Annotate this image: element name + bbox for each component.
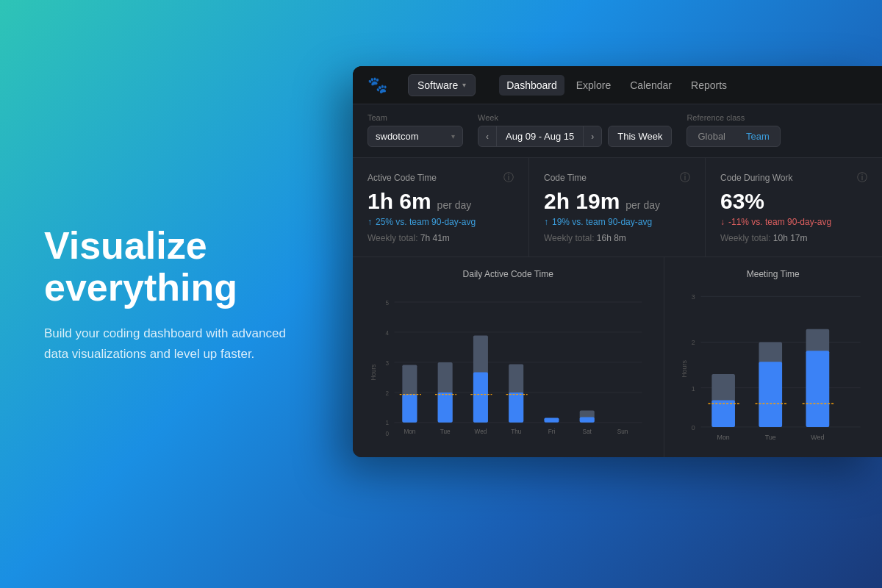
svg-rect-13	[402, 395, 417, 423]
team-label: Team	[368, 113, 463, 122]
up-icon: ↑	[368, 217, 372, 227]
hero-panel: Visualize everything Build your coding d…	[44, 225, 309, 364]
chart-area: 3 2 1 0 Hours	[679, 288, 867, 450]
ref-class-label: Reference class	[686, 113, 780, 122]
svg-text:2: 2	[691, 339, 695, 346]
metric-title: Active Code Time	[368, 173, 437, 183]
metric-value: 1h 6m per day	[368, 190, 514, 212]
chart-area: 5 4 3 2 1 0 Hours	[368, 288, 649, 450]
metric-change: ↑ 19% vs. team 90-day-avg	[544, 217, 690, 227]
info-icon[interactable]: ⓘ	[680, 171, 690, 184]
svg-text:Hours: Hours	[370, 365, 377, 381]
svg-text:1: 1	[386, 420, 390, 427]
svg-text:Fri: Fri	[548, 429, 556, 435]
ref-class-buttons: Global Team	[686, 126, 780, 147]
nav-links: Dashboard Explore Calendar Reports	[499, 75, 734, 96]
prev-week-button[interactable]: ‹	[478, 127, 496, 146]
chevron-down-icon: ▾	[462, 81, 466, 89]
svg-text:Thu: Thu	[511, 429, 522, 435]
dashboard-panel: 🐾 Software ▾ Dashboard Explore Calendar …	[353, 66, 882, 457]
charts-row: Daily Active Code Time 5 4 3 2 1 0	[353, 257, 882, 457]
chart-title: Daily Active Code Time	[368, 269, 649, 279]
change-text: 25% vs. team 90-day-avg	[376, 217, 476, 227]
svg-text:Tue: Tue	[764, 434, 775, 441]
svg-text:3: 3	[691, 293, 695, 301]
svg-rect-16	[438, 392, 453, 423]
weekly-value: 7h 41m	[420, 233, 450, 243]
week-range: Aug 09 - Aug 15	[496, 126, 584, 146]
info-icon[interactable]: ⓘ	[503, 171, 514, 184]
svg-text:Wed: Wed	[811, 434, 824, 441]
metric-unit: per day	[434, 199, 472, 211]
svg-text:0: 0	[386, 431, 390, 437]
team-select[interactable]: swdotcom ▾	[368, 126, 463, 147]
svg-text:Mon: Mon	[717, 434, 729, 441]
svg-rect-26	[580, 417, 595, 423]
week-filter-group: Week ‹ Aug 09 - Aug 15 › This Week	[478, 113, 672, 147]
chevron-down-icon: ▾	[451, 132, 455, 140]
nav-link-calendar[interactable]: Calendar	[623, 75, 679, 96]
svg-text:2: 2	[386, 390, 390, 397]
svg-rect-50	[806, 351, 829, 427]
change-text: -11% vs. team 90-day-avg	[728, 217, 831, 227]
weekly-value: 10h 17m	[773, 233, 808, 243]
svg-text:0: 0	[691, 424, 695, 431]
svg-text:4: 4	[386, 330, 390, 337]
down-icon: ↓	[720, 217, 725, 227]
metric-card-code-time: Code Time ⓘ 2h 19m per day ↑ 19% vs. tea…	[529, 158, 706, 257]
metric-title: Code Time	[544, 173, 587, 183]
svg-text:Mon: Mon	[404, 429, 415, 435]
nav-link-reports[interactable]: Reports	[684, 75, 734, 96]
hero-title: Visualize everything	[44, 225, 309, 309]
metric-weekly: Weekly total: 10h 17m	[720, 233, 867, 243]
chart-svg: 3 2 1 0 Hours	[679, 288, 867, 450]
logo: 🐾	[368, 76, 387, 95]
metric-change: ↓ -11% vs. team 90-day-avg	[720, 217, 867, 227]
workspace-dropdown[interactable]: Software ▾	[408, 74, 476, 96]
svg-text:1: 1	[691, 385, 695, 392]
info-icon[interactable]: ⓘ	[857, 171, 867, 184]
change-text: 19% vs. team 90-day-avg	[552, 217, 652, 227]
svg-rect-47	[759, 362, 782, 427]
week-navigator: ‹ Aug 09 - Aug 15 ›	[478, 126, 602, 147]
this-week-button[interactable]: This Week	[608, 126, 672, 147]
chart-active-code-time: Daily Active Code Time 5 4 3 2 1 0	[353, 257, 664, 457]
chart-svg: 5 4 3 2 1 0 Hours	[368, 288, 649, 450]
hero-subtitle: Build your coding dashboard with advance…	[44, 323, 309, 363]
team-value: swdotcom	[376, 131, 419, 142]
next-week-button[interactable]: ›	[584, 127, 601, 146]
metric-header: Code Time ⓘ	[544, 171, 690, 184]
metric-weekly: Weekly total: 7h 41m	[368, 233, 514, 243]
metric-card-active-code-time: Active Code Time ⓘ 1h 6m per day ↑ 25% v…	[353, 158, 529, 257]
metric-title: Code During Work	[720, 173, 792, 183]
ref-class-group: Reference class Global Team	[686, 113, 780, 147]
filters-row: Team swdotcom ▾ Week ‹ Aug 09 - Aug 15 ›…	[353, 104, 882, 158]
nav-link-explore[interactable]: Explore	[569, 75, 618, 96]
week-label: Week	[478, 113, 672, 122]
nav-link-dashboard[interactable]: Dashboard	[499, 75, 564, 96]
metric-weekly: Weekly total: 16h 8m	[544, 233, 690, 243]
metric-value: 63%	[720, 190, 867, 212]
team-filter-group: Team swdotcom ▾	[368, 113, 463, 147]
metric-card-code-during-work: Code During Work ⓘ 63% ↓ -11% vs. team 9…	[706, 158, 882, 257]
metric-header: Code During Work ⓘ	[720, 171, 867, 184]
svg-rect-19	[473, 373, 488, 423]
svg-text:5: 5	[386, 300, 390, 306]
chart-meeting-time: Meeting Time 3 2 1 0 Hours	[664, 257, 882, 457]
svg-rect-24	[544, 417, 559, 422]
svg-rect-22	[509, 392, 523, 423]
metric-unit: per day	[623, 199, 660, 211]
svg-text:Tue: Tue	[440, 429, 451, 435]
metric-change: ↑ 25% vs. team 90-day-avg	[368, 217, 514, 227]
paw-icon: 🐾	[368, 76, 387, 95]
svg-text:Hours: Hours	[680, 360, 687, 378]
metric-header: Active Code Time ⓘ	[368, 171, 514, 184]
ref-team-button[interactable]: Team	[736, 126, 780, 146]
chart-title: Meeting Time	[679, 269, 867, 279]
ref-global-button[interactable]: Global	[687, 126, 736, 146]
workspace-label: Software	[417, 79, 458, 91]
up-icon: ↑	[544, 217, 548, 227]
svg-text:Sun: Sun	[617, 429, 628, 435]
weekly-value: 16h 8m	[597, 233, 626, 243]
top-nav: 🐾 Software ▾ Dashboard Explore Calendar …	[353, 66, 882, 104]
